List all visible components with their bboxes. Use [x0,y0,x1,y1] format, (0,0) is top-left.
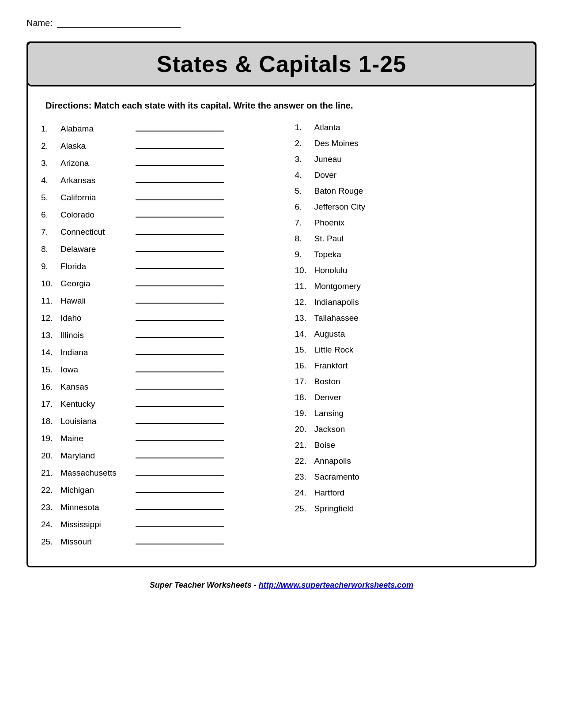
answer-line[interactable] [136,381,224,390]
answer-line[interactable] [136,432,224,441]
state-name: Colorado [60,210,131,220]
answer-line[interactable] [136,226,224,235]
state-num: 9. [41,262,60,271]
capital-name: Denver [314,393,341,402]
capital-name: Boston [314,377,340,387]
capital-num: 20. [295,424,314,434]
state-row: 24.Mississippi [41,518,268,529]
footer-link[interactable]: http://www.superteacherworksheets.com [259,581,413,589]
answer-line[interactable] [136,191,224,200]
capital-name: Little Rock [314,345,354,355]
capital-name: Honolulu [314,266,348,275]
capital-row: 17.Boston [295,377,522,387]
state-num: 10. [41,279,60,289]
capital-row: 25.Springfield [295,504,522,514]
name-field: Name: [26,18,537,28]
answer-line[interactable] [136,329,224,338]
capital-name: Springfield [314,504,354,514]
state-name: Indiana [60,348,131,357]
answer-line[interactable] [136,536,224,544]
worksheet-title: States & Capitals 1-25 [41,51,522,77]
answer-line[interactable] [136,415,224,424]
answer-line[interactable] [136,278,224,286]
state-name: Iowa [60,365,131,375]
state-name: Idaho [60,313,131,323]
capital-num: 21. [295,440,314,450]
answer-line[interactable] [136,398,224,407]
capital-num: 13. [295,313,314,323]
state-name: Minnesota [60,503,131,512]
state-num: 11. [41,296,60,306]
answer-line[interactable] [136,450,224,458]
state-row: 15.Iowa [41,364,268,375]
capital-num: 10. [295,266,314,275]
capital-name: Atlanta [314,123,340,132]
capitals-column: 1.Atlanta2.Des Moines3.Juneau4.Dover5.Ba… [277,123,522,553]
answer-line[interactable] [136,501,224,510]
capital-row: 19.Lansing [295,409,522,418]
answer-line[interactable] [136,484,224,493]
capital-name: Hartford [314,488,345,498]
capital-name: Montgomery [314,281,361,291]
capital-name: Boise [314,440,336,450]
capital-row: 21.Boise [295,440,522,450]
state-row: 22.Michigan [41,484,268,495]
state-name: Maine [60,434,131,443]
answer-line[interactable] [136,157,224,166]
capital-row: 22.Annapolis [295,456,522,466]
capital-row: 3.Juneau [295,154,522,164]
answer-line[interactable] [136,260,224,269]
capital-num: 16. [295,361,314,371]
capital-num: 4. [295,170,314,180]
state-row: 1.Alabama [41,123,268,134]
capital-num: 6. [295,202,314,212]
capital-row: 6.Jefferson City [295,202,522,212]
worksheet-box: States & Capitals 1-25 Directions: Match… [26,41,537,567]
capital-row: 11.Montgomery [295,281,522,291]
capital-row: 4.Dover [295,170,522,180]
capital-name: Jefferson City [314,202,366,212]
state-name: Florida [60,262,131,271]
capital-name: Baton Rouge [314,186,363,196]
answer-line[interactable] [136,295,224,304]
capital-name: Indianapolis [314,297,359,307]
state-row: 7.Connecticut [41,226,268,237]
state-row: 8.Delaware [41,243,268,254]
capital-name: Juneau [314,154,342,164]
answer-line[interactable] [136,174,224,183]
answer-line[interactable] [136,346,224,355]
capital-row: 16.Frankfort [295,361,522,371]
capital-num: 23. [295,472,314,482]
capital-num: 25. [295,504,314,514]
state-name: Maryland [60,451,131,461]
capital-num: 1. [295,123,314,132]
answer-line[interactable] [136,123,224,131]
state-row: 25.Missouri [41,536,268,547]
state-name: Illinois [60,330,131,340]
state-num: 15. [41,365,60,375]
capital-row: 10.Honolulu [295,266,522,275]
answer-line[interactable] [136,243,224,252]
answer-line[interactable] [136,312,224,321]
footer: Super Teacher Worksheets - http://www.su… [26,581,537,590]
answer-line[interactable] [136,209,224,218]
answer-line[interactable] [136,518,224,527]
answer-line[interactable] [136,467,224,476]
state-num: 19. [41,434,60,443]
state-name: Alabama [60,124,131,134]
capital-num: 15. [295,345,314,355]
state-row: 13.Illinois [41,329,268,340]
state-row: 12.Idaho [41,312,268,323]
state-name: Delaware [60,244,131,254]
state-row: 6.Colorado [41,209,268,220]
capital-row: 7.Phoenix [295,218,522,228]
state-row: 4.Arkansas [41,174,268,185]
answer-line[interactable] [136,364,224,372]
capital-num: 3. [295,154,314,164]
capital-name: Dover [314,170,337,180]
name-underline[interactable] [57,18,181,28]
capital-name: Des Moines [314,139,359,148]
state-row: 18.Louisiana [41,415,268,426]
answer-line[interactable] [136,140,224,149]
capital-num: 5. [295,186,314,196]
